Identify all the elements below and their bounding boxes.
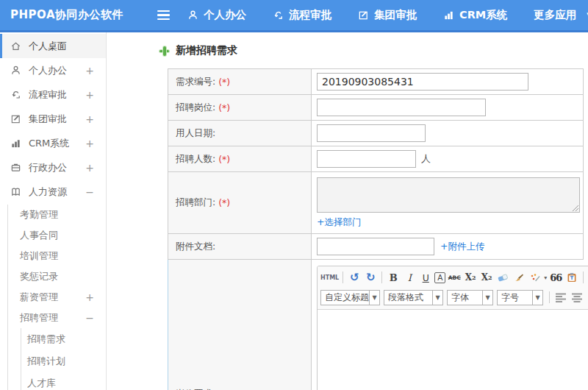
editor-content-area[interactable] [318,310,588,390]
expand-toggle[interactable]: + [85,113,94,125]
expand-toggle[interactable]: + [85,89,94,101]
topnav-label: CRM系统 [459,8,507,22]
align-center-icon[interactable] [570,290,584,305]
editor-toolbar: HTML ↺ ↻ B I U A ABC X2 X2 [318,266,588,310]
form-row-req-no: 需求编号: (*) [168,69,584,95]
job-title-input[interactable] [317,99,486,116]
page-header: 新增招聘需求 [159,44,588,57]
top-navigation: 个人办公 流程审批 集团审批 CRM系统 更多应用 [187,8,588,22]
paste-icon[interactable]: T [564,270,579,285]
sidebar-item-label: 人事合同 [20,229,58,242]
attachment-input[interactable] [317,238,434,255]
sidebar-item-crm-system[interactable]: CRM系统 + [0,131,106,155]
caret-down-icon: ▼ [533,294,542,301]
sidebar-item-recruit-mgmt[interactable]: 招聘管理 − [8,308,106,328]
hamburger-menu-icon[interactable] [157,10,170,21]
sidebar: 个人桌面 个人办公 + 流程审批 + 集团审批 + CRM系统 [0,32,107,390]
topnav-process-approval[interactable]: 流程审批 [273,8,331,22]
subscript-button[interactable]: X2 [479,270,494,285]
field-label: 招聘部门: (*) [168,172,312,233]
required-mark: (*) [218,197,230,208]
sidebar-item-salary-mgmt[interactable]: 薪资管理 + [8,287,106,308]
req-no-input[interactable] [317,73,528,91]
select-dept-link[interactable]: +选择部门 [317,216,361,229]
topnav-crm-system[interactable]: CRM系统 [443,8,507,22]
sidebar-item-label: 个人桌面 [29,40,67,53]
bold-button[interactable]: B [386,270,401,285]
sidebar-item-label: 招聘管理 [20,311,58,325]
sidebar-item-label: 考勤管理 [20,208,58,221]
sidebar-item-label: 行政办公 [29,161,67,174]
sidebar-item-personal-desktop[interactable]: 个人桌面 [0,34,106,58]
recruit-demand-form: 需求编号: (*) 招聘岗位: (*) 用人日期: [168,68,584,390]
field-label: 用人日期: [168,121,312,146]
align-left-icon[interactable] [553,290,568,305]
paragraph-format-dropdown[interactable]: 段落格式 ▼ [384,290,443,305]
bar-chart-icon [443,10,454,21]
dept-textarea[interactable] [317,177,580,213]
form-row-job: 招聘岗位: (*) [168,95,584,121]
underline-button[interactable]: U [418,270,433,285]
plus-icon [159,46,169,56]
field-label: 附件文档: [168,234,312,259]
sidebar-item-recruit-demand[interactable]: 招聘需求 [21,328,106,350]
sidebar-item-label: 招聘计划 [27,355,65,368]
sidebar-item-label: 流程审批 [29,88,67,102]
form-row-job-requirements: 岗位要求: (*) HTML ↺ ↻ B I [168,260,584,390]
blockquote-button[interactable]: 66 [548,270,563,285]
char-border-button[interactable]: A [434,272,445,283]
sidebar-item-label: CRM系统 [29,137,69,150]
field-label: 岗位要求: (*) [168,260,312,390]
hire-date-input[interactable] [317,124,426,142]
redo-icon[interactable]: ↻ [363,270,378,285]
html-source-button[interactable]: HTML [320,270,339,285]
sidebar-item-training-mgmt[interactable]: 培训管理 [8,246,106,266]
sidebar-item-label: 人才库 [27,377,56,390]
collapse-toggle[interactable]: − [85,186,94,198]
field-label: 招聘人数: (*) [168,146,312,171]
undo-icon[interactable]: ↺ [347,270,362,285]
topnav-personal-office[interactable]: 个人办公 [187,8,246,22]
sidebar-item-label: 培训管理 [20,249,58,263]
sidebar-item-label: 集团审批 [29,113,67,126]
briefcase-icon [10,162,22,173]
expand-toggle[interactable]: + [85,65,94,77]
sidebar-item-recruit-plan[interactable]: 招聘计划 [21,350,106,372]
topnav-more-apps[interactable]: 更多应用 [534,8,576,22]
sidebar-item-human-resources[interactable]: 人力资源 − [0,180,106,204]
superscript-button[interactable]: X2 [463,270,478,285]
expand-toggle[interactable]: + [85,291,94,303]
required-mark: (*) [218,102,230,113]
sidebar-item-personal-office[interactable]: 个人办公 + [0,58,106,82]
sidebar-item-hr-contract[interactable]: 人事合同 [8,225,106,246]
sidebar-item-process-approval[interactable]: 流程审批 + [0,82,106,107]
collapse-toggle[interactable]: − [85,312,94,324]
page-title: 新增招聘需求 [176,44,237,57]
sidebar-item-attendance-mgmt[interactable]: 考勤管理 [8,205,106,225]
format-brush-icon[interactable] [512,270,526,285]
sidebar-item-group-approval[interactable]: 集团审批 + [0,107,106,131]
sidebar-item-label: 招聘需求 [27,333,65,346]
sidebar-item-talent-pool[interactable]: 人才库 [21,372,106,390]
sidebar-item-reward-punish[interactable]: 奖惩记录 [8,266,106,287]
headcount-input[interactable] [317,150,416,168]
italic-button[interactable]: I [402,270,417,285]
app-title: PHPOA协同办公软件 [10,8,123,22]
font-size-dropdown[interactable]: 字号 ▼ [497,290,543,305]
custom-title-dropdown[interactable]: 自定义标题 ▼ [320,290,380,305]
strikethrough-button[interactable]: ABC [447,270,462,285]
book-icon [10,186,22,197]
expand-toggle[interactable]: + [85,162,94,174]
text-color-brush-icon[interactable] [528,270,542,285]
eraser-icon[interactable] [495,270,510,285]
sidebar-item-admin-office[interactable]: 行政办公 + [0,155,106,180]
upload-attachment-link[interactable]: +附件上传 [440,241,484,253]
svg-text:T: T [570,275,574,281]
font-family-dropdown[interactable]: 字体 ▼ [447,290,493,305]
required-mark: (*) [218,77,230,88]
topnav-label: 更多应用 [534,8,576,22]
expand-toggle[interactable]: + [85,138,94,149]
caret-down-icon[interactable]: ▾ [544,274,547,281]
topnav-label: 集团审批 [374,8,417,22]
topnav-group-approval[interactable]: 集团审批 [358,8,417,22]
